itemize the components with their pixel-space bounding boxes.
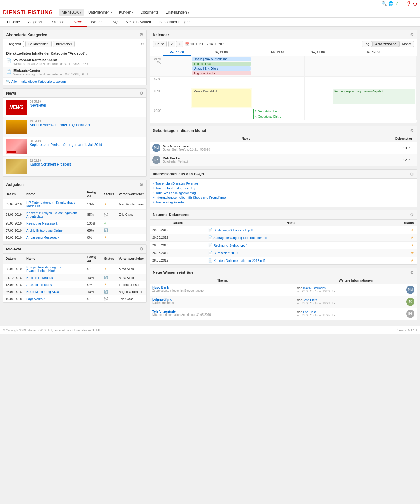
wissen-thema[interactable]: Hypo Bank [152, 286, 292, 289]
gb-row-2: DB Dirk Becker Bürobedarf Verkauf 12.05. [150, 154, 417, 166]
news-link-4[interactable]: Karton Sortiment Prospekt [30, 162, 71, 166]
nav-unternehmen[interactable]: Unternehmen ▾ [85, 9, 115, 16]
nav-kunden-label: Kunden [119, 10, 131, 14]
dok-datum: 28.05.2019 [150, 257, 206, 264]
globe-icon[interactable]: 🌐 [388, 1, 393, 6]
dok-name[interactable]: 📄 Bürobedarf 2019 [206, 249, 376, 257]
tab-angebot[interactable]: Angebot [6, 41, 24, 47]
nav-einstellungen[interactable]: Einstellungen ▾ [163, 9, 192, 16]
tab-baudatenblatt[interactable]: Baudatenblatt [25, 41, 52, 47]
category-item-sub-1: Wissens Eintrag, zuletzt bearbeitet am 0… [13, 62, 88, 65]
dok-name[interactable]: 📄 Rechnung-Stehpult.pdf [206, 241, 376, 249]
projekte-gear-icon[interactable]: ⚙ [140, 247, 143, 251]
faq-item[interactable]: »Informationsschreiben für Shops und Fre… [153, 195, 414, 200]
news-link-3[interactable]: Kopierpapier Preiserhöhungen am 1. Juli … [30, 143, 102, 147]
category-item-sub-2: Wissens Eintrag, zuletzt bearbeitet am 2… [13, 73, 88, 76]
faq-item[interactable]: »Tourenplan Dienstag Feiertag [153, 181, 414, 186]
cal-view-monat[interactable]: Monat [399, 41, 414, 47]
aufgaben-name[interactable]: Archiv Entsorgung Ordner [24, 227, 85, 234]
dok-name[interactable]: 📄 Kunden-Dokumentationen-2018.pdf [206, 257, 376, 264]
category-item-title-1[interactable]: Volksbank Raiffeisenbank [13, 58, 88, 62]
projekte-name[interactable]: Komplettausstattung der Evangelischen Ki… [24, 264, 85, 274]
wissen-sub: Mitarbeiterinformation Austritt per 31.0… [152, 313, 292, 316]
subnav-news[interactable]: News [70, 18, 87, 27]
faq-gear-icon[interactable]: ⚙ [410, 172, 414, 176]
cal-cell-thu-0800 [304, 88, 332, 108]
wissen-gear-icon[interactable]: ⚙ [410, 270, 414, 275]
dok-name[interactable]: 📄 Bestellung-Schreibtisch.pdf [206, 226, 376, 234]
cal-day-tue: Di, 11.06. [191, 49, 252, 56]
aufgaben-name[interactable]: HP Tintenpatronen - Krankenhaus Maria Hi… [24, 199, 85, 210]
aufgaben-gear-icon[interactable]: ⚙ [140, 182, 143, 187]
abonnierte-panel: Abonnierte Kategorien ⚙ Angebot Baudaten… [3, 30, 147, 85]
wissen-author-link[interactable]: John Clark [303, 299, 317, 302]
cal-prev-prev-btn[interactable]: « [168, 41, 175, 47]
tab-bueromoebel[interactable]: Büromöbel [53, 41, 75, 47]
category-item: 📄 Volksbank Raiffeisenbank Wissens Eintr… [3, 57, 146, 67]
projekte-name[interactable]: Neue Möblierung KiGa [24, 288, 85, 295]
nav-kunden[interactable]: Kunden ▾ [116, 9, 136, 16]
wissen-author-link[interactable]: Eric Glass [303, 311, 316, 314]
aufgaben-name[interactable]: Konzept zu psych. Belastungen am Arbeits… [24, 210, 85, 220]
subnav-benachrichtigungen[interactable]: Benachrichtigungen [155, 18, 194, 27]
projekte-name[interactable]: Ausstellung Messe [24, 281, 85, 288]
faq-item[interactable]: »Tour KW Faschingsdienstag [153, 191, 414, 195]
kalender-gear-icon[interactable]: ⚙ [410, 32, 414, 37]
check-icon[interactable]: ✔ [395, 1, 399, 6]
cal-event-angelica[interactable]: Angelica Bender [192, 71, 250, 75]
gb-date-2: 12.05. [342, 154, 417, 166]
aufgaben-name[interactable]: Anpassung Messepark [24, 234, 85, 241]
cal-view-arbeitswoche[interactable]: Arbeitswoche [372, 41, 399, 47]
cal-cell-mon-0900 [163, 108, 191, 120]
tab-settings-icon[interactable]: ⚙ [141, 42, 144, 46]
nav-meinebox[interactable]: MeineBOX ▾ [59, 9, 84, 16]
news-link-2[interactable]: Statistik Aktenvernichter 1. Quartal 201… [30, 123, 92, 127]
news-gear-icon[interactable]: ⚙ [140, 91, 143, 95]
projekte-th-status: Status [102, 254, 116, 264]
cal-event-kunden[interactable]: Kundengespräch wg. neuem Angebot [333, 89, 415, 104]
subnav-kalender[interactable]: Kalender [47, 18, 70, 27]
cal-event-thomas[interactable]: Thomas Esser [192, 62, 250, 66]
projekte-name[interactable]: Bäckerei - Neubau [24, 274, 85, 281]
faq-item[interactable]: »Tour Freitag Feiertag [153, 200, 414, 205]
news-item-1: NEWS 04.05.19 Newsletter [3, 98, 146, 117]
aufgaben-name[interactable]: Reinigung Messepark [24, 220, 85, 227]
aufgaben-th-verantwortlich: Verantwortlicher [116, 189, 146, 199]
faq-item[interactable]: »Tourenplan Freitag Feiertag [153, 186, 414, 191]
help-icon[interactable]: ❓ [406, 1, 411, 6]
subnav-favoriten[interactable]: Meine Favoriten [122, 18, 155, 27]
dokumente-header: Neueste Dokumente ⚙ [150, 210, 417, 220]
geburtstage-gear-icon[interactable]: ⚙ [410, 128, 414, 133]
nav-dokumente[interactable]: Dokumente [138, 9, 161, 16]
show-all-link[interactable]: 🔍 Alle Inhalte dieser Kategorie anzeigen [3, 78, 146, 85]
abonnierte-gear-icon[interactable]: ⚙ [140, 32, 143, 37]
aufgaben-status: 💬 [102, 210, 116, 220]
category-item-title-2[interactable]: Einkaufs-Center [13, 69, 88, 73]
dok-name[interactable]: 📄 Auftragsbestätigung-Rollcontainer.pdf [206, 234, 376, 241]
cal-time-0900: 09:00 [150, 108, 163, 120]
cal-event-gb-bend[interactable]: ↻ Geburtstag Bend... [253, 109, 303, 114]
cal-event-gb-dirk[interactable]: ↻ Geburtstag Dirk... [253, 114, 303, 119]
news-link-1[interactable]: Newsletter [30, 103, 46, 107]
power-icon[interactable]: ⏻ [413, 1, 417, 6]
dokumente-gear-icon[interactable]: ⚙ [410, 213, 414, 217]
gb-sub-1: Büromöbel, Telefon: 02421 / 505990 [163, 148, 210, 151]
wissen-thema[interactable]: Lohnprüfung [152, 298, 292, 301]
cal-today-btn[interactable]: Heute [153, 41, 167, 47]
subnav-wissen[interactable]: Wissen [87, 18, 106, 27]
cal-next-btn[interactable]: » [176, 41, 183, 47]
cal-event-urlaub-max[interactable]: Urlaub | Max Mustermann [192, 57, 250, 61]
cal-view-tag[interactable]: Tag [362, 41, 372, 47]
projekte-row: 01.10.2018 Bäckerei - Neubau 10% 🔄 Alma … [3, 274, 146, 281]
faq-arrow-icon: » [153, 200, 155, 204]
gb-th-name: Name [150, 135, 342, 142]
projekte-name[interactable]: Lagerverkauf [24, 295, 85, 302]
wissen-thema[interactable]: Telefonzentrale [152, 310, 292, 313]
wissen-author-link[interactable]: Max Mustermann [303, 286, 326, 290]
subnav-projekte[interactable]: Projekte [3, 18, 24, 27]
cal-event-messe[interactable]: Messe Düsseldorf [192, 89, 250, 107]
cal-event-urlaub-eric[interactable]: Urlaub | Eric Glass [192, 66, 250, 71]
search-icon[interactable]: 🔍 [382, 1, 387, 6]
subnav-faq[interactable]: FAQ [106, 18, 122, 27]
subnav-aufgaben[interactable]: Aufgaben [24, 18, 47, 27]
